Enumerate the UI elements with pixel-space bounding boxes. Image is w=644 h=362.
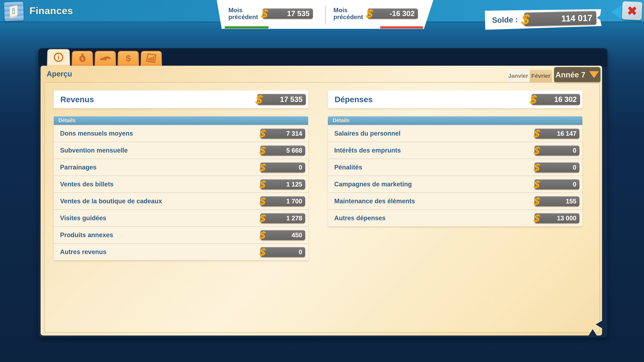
tab-strip: i $ $ xyxy=(47,48,162,66)
row-amount: $ 1 700 xyxy=(260,195,305,207)
table-row: Intérêts des emprunts $ 0 xyxy=(328,142,582,159)
close-icon: ✖ xyxy=(626,3,638,18)
row-amount: $ 0 xyxy=(260,246,305,258)
row-value: 1 125 xyxy=(260,179,305,189)
handshake-icon xyxy=(100,53,111,63)
overview-content: Revenus $ 17 535 Détails Dons mensue xyxy=(44,82,600,333)
table-row: Autres revenus $ 0 xyxy=(54,243,308,260)
prev-month-expense-amount: $ -16 302 xyxy=(366,7,418,20)
overview-title: Aperçu xyxy=(46,70,72,78)
balance-amount: $ 114 017 xyxy=(521,9,596,27)
revenues-total-value: 17 535 xyxy=(257,94,306,105)
tab-charts[interactable] xyxy=(140,51,162,66)
row-value: 5 668 xyxy=(260,145,305,156)
row-label: Pénalités xyxy=(334,164,362,171)
table-row: Ventes de la boutique de cadeaux $ 1 700 xyxy=(54,193,308,210)
panel-bottom-notch xyxy=(588,329,598,337)
prev-month-income-label: Mois précédent xyxy=(228,7,258,20)
prev-month-expense-label: Mois précédent xyxy=(334,7,363,20)
expenses-title: Dépenses xyxy=(334,95,373,104)
prev-month-expense: Mois précédent $ -16 302 xyxy=(324,0,433,29)
table-row: Ventes des billets $ 1 125 xyxy=(54,176,308,193)
row-label: Campagnes de marketing xyxy=(334,181,412,188)
bar-chart-icon xyxy=(146,53,157,63)
row-amount: $ 0 xyxy=(534,161,580,173)
row-amount: $ 7 314 xyxy=(260,128,305,139)
row-value: 13 000 xyxy=(534,213,580,223)
table-row: Parrainages $ 0 xyxy=(54,159,308,176)
revenues-rows: Dons mensuels moyens $ 7 314 Subvention … xyxy=(54,125,308,260)
row-value: 155 xyxy=(534,196,580,206)
balance-value: 114 017 xyxy=(524,11,596,26)
tab-overview[interactable]: i xyxy=(47,49,70,66)
tab-finances-dollar[interactable]: $ xyxy=(118,51,139,66)
row-label: Intérêts des emprunts xyxy=(334,147,401,154)
row-amount: $ 1 278 xyxy=(260,212,305,224)
row-label: Maintenance des éléments xyxy=(334,198,415,205)
expenses-total: $ 16 302 xyxy=(530,92,580,106)
row-label: Visites guidées xyxy=(60,215,106,222)
row-amount: $ 0 xyxy=(260,161,305,173)
income-indicator-bar xyxy=(225,26,268,28)
tab-donations[interactable]: $ xyxy=(72,51,93,66)
tab-month-janvier[interactable]: Janvier xyxy=(507,69,530,82)
table-row: Produits annexes $ 450 xyxy=(54,226,308,243)
prev-month-income-value: 17 535 xyxy=(263,8,313,19)
balance-label: Solde : xyxy=(492,15,518,24)
row-label: Ventes de la boutique de cadeaux xyxy=(60,198,162,205)
row-amount: $ 0 xyxy=(534,178,580,190)
row-amount: $ 450 xyxy=(260,229,305,241)
revenues-section: Revenus $ 17 535 Détails Dons mensue xyxy=(54,90,308,332)
expenses-details: Détails Salaires du personnel $ 16 147 xyxy=(328,116,582,226)
expenses-total-value: 16 302 xyxy=(532,94,580,105)
year-dropdown[interactable]: Année 7 xyxy=(554,67,600,82)
revenues-total: $ 17 535 xyxy=(256,92,306,106)
table-row: Visites guidées $ 1 278 xyxy=(54,210,308,226)
row-value: 0 xyxy=(534,145,580,156)
revenues-header: Revenus $ 17 535 xyxy=(54,90,308,108)
chevron-down-icon xyxy=(589,71,599,78)
row-amount: $ 13 000 xyxy=(534,212,580,224)
tab-month-fevrier[interactable]: Février xyxy=(530,69,552,82)
table-row: Dons mensuels moyens $ 7 314 xyxy=(54,125,308,142)
balance-banner: Solde : $ 114 017 xyxy=(485,8,602,30)
info-icon: i xyxy=(54,53,63,62)
revenues-details: Détails Dons mensuels moyens $ 7 314 xyxy=(54,116,308,260)
row-value: 7 314 xyxy=(260,129,305,139)
row-label: Ventes des billets xyxy=(60,181,114,188)
row-value: 1 278 xyxy=(260,213,305,223)
finances-panel: i $ $ xyxy=(38,48,608,338)
expenses-details-label: Détails xyxy=(328,116,582,125)
row-value: 0 xyxy=(534,162,580,172)
page-title: Finances xyxy=(30,5,73,16)
row-amount: $ 5 668 xyxy=(260,144,305,156)
row-label: Salaires du personnel xyxy=(334,130,400,137)
row-amount: $ 155 xyxy=(534,195,580,207)
prev-month-income-amount: $ 17 535 xyxy=(261,7,313,20)
expenses-rows: Salaires du personnel $ 16 147 Intérêts … xyxy=(328,125,582,226)
tab-sponsorships[interactable] xyxy=(94,51,116,66)
table-row: Subvention mensuelle $ 5 668 xyxy=(54,142,308,159)
row-amount: $ 0 xyxy=(534,144,580,156)
table-row: Salaires du personnel $ 16 147 xyxy=(328,125,582,142)
table-row: Maintenance des éléments $ 155 xyxy=(328,193,582,210)
revenues-details-label: Détails xyxy=(54,116,308,125)
row-label: Autres revenus xyxy=(60,248,106,256)
finances-book-icon xyxy=(4,2,24,21)
panel-right-notch xyxy=(596,320,603,329)
row-label: Parrainages xyxy=(60,164,96,171)
row-label: Produits annexes xyxy=(60,231,113,239)
year-dropdown-label: Année 7 xyxy=(556,70,586,79)
row-value: 16 147 xyxy=(534,129,580,139)
expenses-section: Dépenses $ 16 302 Détails Salaires d xyxy=(328,90,582,332)
table-row: Autres dépenses $ 13 000 xyxy=(328,210,582,226)
row-value: 0 xyxy=(260,162,305,172)
row-value: 0 xyxy=(534,179,580,189)
dollar-icon: $ xyxy=(126,53,131,63)
row-value: 450 xyxy=(260,230,305,240)
close-button[interactable]: ✖ xyxy=(622,1,642,20)
row-amount: $ 1 125 xyxy=(260,178,305,190)
expenses-header: Dépenses $ 16 302 xyxy=(328,90,582,108)
row-value: 0 xyxy=(260,247,305,257)
prev-month-income: Mois précédent $ 17 535 xyxy=(217,0,324,29)
